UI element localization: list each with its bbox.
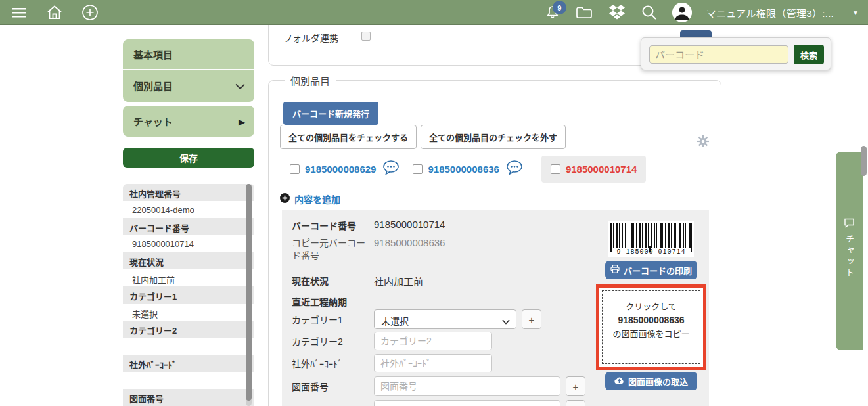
print-barcode-button[interactable]: バーコードの印刷 (605, 261, 697, 279)
barcode-image: 9 185000 010714 (608, 221, 694, 257)
external-barcode-input[interactable] (374, 354, 492, 372)
barcode-bars (610, 223, 692, 248)
field-value (123, 338, 254, 355)
add-circle-icon (280, 193, 290, 206)
copy-drawing-image-dropzone[interactable]: クリックして 9185000008636 の図面画像をコピー (596, 284, 706, 370)
gear-icon[interactable] (697, 135, 709, 150)
folder-link-checkbox[interactable] (361, 32, 371, 41)
sidebar-item-basic[interactable]: 基本項目 (123, 39, 254, 69)
drawing-number-2-input[interactable] (374, 400, 560, 406)
import-drawing-image-button[interactable]: 図面画像の取込 (605, 372, 697, 390)
page-scrollbar-thumb[interactable] (861, 146, 867, 176)
barcode-search-popup: 検索 (641, 37, 831, 70)
sidebar-item-label: 基本項目 (133, 49, 173, 60)
field-label: 社内管理番号 (123, 184, 254, 201)
add-content-link[interactable]: 内容を追加 (280, 192, 340, 206)
field-value: 未選択 (123, 304, 254, 321)
status-value: 社内加工前 (374, 274, 423, 288)
search-button[interactable]: 検索 (794, 45, 824, 64)
printer-icon (610, 265, 620, 275)
sidebar-item-chat[interactable]: チャット ▶ (123, 106, 254, 137)
barcode-number-label: バーコード番号 (292, 219, 374, 232)
item-number-link[interactable]: 9185000008629 (305, 164, 376, 175)
notification-badge: 9 (553, 1, 566, 14)
item-tab: 9185000008629 (290, 160, 400, 178)
search-icon[interactable] (641, 4, 658, 21)
drawing-number-label: 図面番号 (292, 380, 374, 393)
status-label: 現在状況 (292, 274, 374, 288)
home-icon[interactable] (46, 5, 63, 20)
top-bar: 9 マニュアル権限（管理3）:... ▼ (0, 0, 868, 25)
item-number-current[interactable]: 9185000010714 (566, 164, 637, 175)
copy-source-value: 9185000008636 (374, 237, 445, 262)
app-window: 9 マニュアル権限（管理3）:... ▼ 基本項目 個別品目 (0, 0, 868, 406)
due-date-label: 直近工程納期 (292, 295, 374, 308)
item-detail-panel: バーコード番号 9185000010714 コピー元バーコード番号 918500… (282, 210, 709, 406)
save-button[interactable]: 保存 (123, 148, 254, 168)
folder-icon[interactable] (575, 5, 593, 20)
category2-label: カテゴリー2 (292, 334, 374, 348)
item-tabs: 9185000008629 9185000008636 (290, 154, 646, 183)
sidebar-item-individual[interactable]: 個別品目 (123, 69, 254, 102)
drawing-number-add-button[interactable]: + (566, 376, 585, 396)
chat-side-tab[interactable]: チャット (836, 152, 863, 350)
sidebar-scrollbar-thumb[interactable] (246, 184, 252, 401)
chat-bubble-icon (844, 217, 855, 231)
check-all-button[interactable]: 全ての個別品目をチェックする (280, 125, 417, 149)
sidebar-chat-group: チャット ▶ (123, 106, 254, 137)
field-value: 22050014-demo (123, 201, 254, 218)
sidebar-item-label: 個別品目 (133, 81, 173, 92)
chat-tab-label: チャット (843, 235, 856, 279)
field-label: 社外ﾊﾞｰｺｰﾄﾞ (123, 355, 254, 372)
comment-icon[interactable] (506, 160, 523, 178)
field-label: 図面番号 (123, 389, 254, 406)
field-value (123, 372, 254, 389)
sidebar-field-list: 社内管理番号 22050014-demo バーコード番号 91850000107… (123, 184, 254, 406)
chevron-down-icon (235, 80, 245, 91)
add-icon[interactable] (81, 4, 99, 21)
menu-icon[interactable] (11, 6, 28, 19)
account-label[interactable]: マニュアル権限（管理3）:... (706, 6, 834, 20)
field-label: カテゴリー1 (123, 286, 254, 304)
drawing-number-input[interactable] (374, 376, 560, 396)
item-number-link[interactable]: 9185000008636 (428, 164, 499, 175)
play-icon: ▶ (239, 116, 245, 126)
field-value: 9185000010714 (123, 235, 254, 252)
category1-add-button[interactable]: + (522, 309, 541, 329)
item-checkbox[interactable] (551, 164, 560, 174)
chevron-down-icon (502, 316, 510, 327)
category1-select[interactable]: 未選択 (374, 309, 516, 329)
new-barcode-button[interactable]: バーコード新規発行 (283, 102, 378, 125)
copy-drawing-image-text: クリックして 9185000008636 の図面画像をコピー (602, 290, 700, 364)
dropbox-icon[interactable] (608, 4, 626, 21)
drawing-number-2-add-button[interactable]: + (566, 400, 585, 406)
item-tab-active: 9185000010714 (541, 156, 646, 183)
upload-icon (614, 376, 624, 386)
item-tab: 9185000008636 (413, 160, 522, 178)
comment-icon[interactable] (382, 160, 400, 178)
field-value: 社内加工前 (123, 269, 254, 286)
item-checkbox[interactable] (413, 164, 423, 174)
barcode-caption: 9 185000 010714 (608, 248, 694, 256)
copy-source-label: コピー元バーコード番号 (292, 237, 374, 262)
category1-label: カテゴリー1 (292, 313, 374, 326)
folder-link-label: フォルダ連携 (283, 31, 338, 44)
field-label: カテゴリー2 (123, 321, 254, 338)
uncheck-all-button[interactable]: 全ての個別品目のチェックを外す (421, 125, 566, 149)
field-label: 現在状況 (123, 252, 254, 269)
category2-input[interactable] (374, 332, 492, 350)
barcode-search-input[interactable] (649, 45, 788, 64)
field-label: バーコード番号 (123, 218, 254, 235)
avatar[interactable] (672, 3, 692, 22)
sidebar-nav-group: 基本項目 個別品目 (123, 39, 254, 102)
notifications-icon[interactable]: 9 (545, 5, 560, 20)
sidebar-scrollbar[interactable] (246, 184, 252, 406)
external-barcode-label: 社外ﾊﾞｰｺｰﾄﾞ (292, 357, 374, 370)
caret-down-icon[interactable]: ▼ (848, 9, 859, 16)
individual-items-card: 個別品目 バーコード新規発行 全ての個別品目をチェックする 全ての個別品目のチェ… (268, 80, 721, 406)
section-legend: 個別品目 (285, 74, 336, 87)
barcode-number-value: 9185000010714 (374, 219, 445, 232)
item-checkbox[interactable] (290, 164, 300, 174)
sidebar-item-label: チャット (133, 116, 173, 127)
